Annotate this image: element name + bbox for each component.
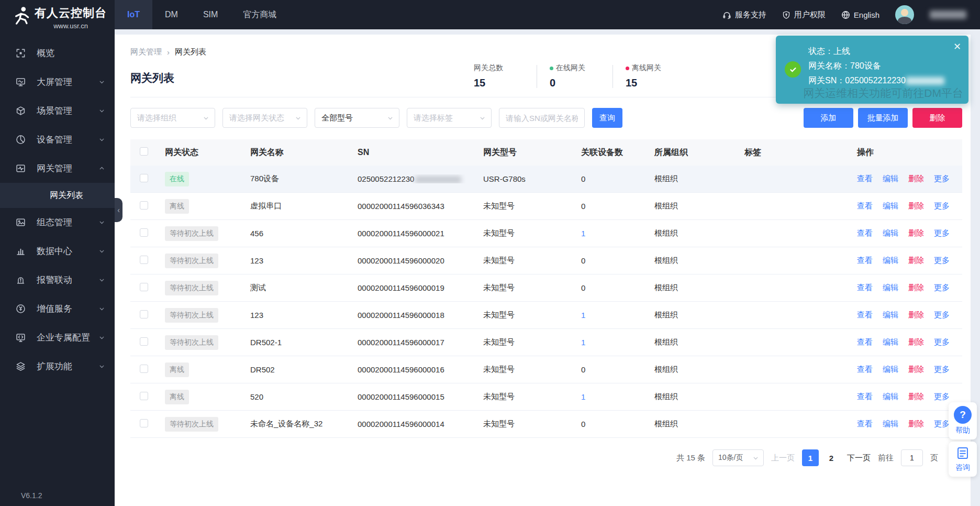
op-删除[interactable]: 删除 <box>908 228 924 238</box>
avatar[interactable] <box>895 5 914 24</box>
op-查看[interactable]: 查看 <box>857 174 873 184</box>
consult-button[interactable]: 咨询 <box>949 442 977 477</box>
op-编辑[interactable]: 编辑 <box>883 283 898 293</box>
page-size-select[interactable]: 10条/页 <box>712 449 764 466</box>
username-redacted[interactable] <box>930 10 966 19</box>
nav-tab-SIM[interactable]: SIM <box>191 0 230 29</box>
top-link-服务支持[interactable]: 服务支持 <box>722 10 766 20</box>
sidebar-subitem-网关列表[interactable]: 网关列表 <box>0 183 115 208</box>
version-label: V6.1.2 <box>21 491 42 500</box>
op-删除[interactable]: 删除 <box>908 310 924 320</box>
op-编辑[interactable]: 编辑 <box>883 310 898 320</box>
op-删除[interactable]: 删除 <box>908 174 924 184</box>
sidebar-item-大屏管理[interactable]: 大屏管理 <box>0 68 115 96</box>
op-编辑[interactable]: 编辑 <box>883 365 898 375</box>
op-删除[interactable]: 删除 <box>908 201 924 211</box>
sidebar-item-报警联动[interactable]: 报警联动 <box>0 266 115 294</box>
op-编辑[interactable]: 编辑 <box>883 392 898 402</box>
sidebar-item-设备管理[interactable]: 设备管理 <box>0 125 115 154</box>
device-count[interactable]: 1 <box>571 229 644 238</box>
page-button-2[interactable]: 2 <box>823 449 840 466</box>
breadcrumb-parent[interactable]: 网关管理 <box>130 47 162 57</box>
op-更多[interactable]: 更多 <box>934 337 950 347</box>
op-更多[interactable]: 更多 <box>934 365 950 375</box>
sidebar-item-企业专属配置[interactable]: 企业专属配置 <box>0 323 115 352</box>
op-更多[interactable]: 更多 <box>934 256 950 266</box>
device-count[interactable]: 1 <box>571 311 644 320</box>
sn-search-input[interactable] <box>499 108 585 128</box>
op-编辑[interactable]: 编辑 <box>883 337 898 347</box>
op-更多[interactable]: 更多 <box>934 174 950 184</box>
nav-tab-DM[interactable]: DM <box>152 0 191 29</box>
op-查看[interactable]: 查看 <box>857 283 873 293</box>
next-page-button[interactable]: 下一页 <box>847 453 871 463</box>
sidebar-item-label: 报警联动 <box>37 274 98 286</box>
sidebar-collapse-handle[interactable]: ‹ <box>115 198 122 222</box>
op-更多[interactable]: 更多 <box>934 419 950 429</box>
model-select[interactable]: 全部型号 <box>315 108 399 128</box>
help-button[interactable]: ? 帮助 <box>949 402 977 439</box>
op-查看[interactable]: 查看 <box>857 310 873 320</box>
row-checkbox[interactable] <box>140 283 148 291</box>
gateway-status-select[interactable]: 请选择网关状态 <box>222 108 307 128</box>
op-删除[interactable]: 删除 <box>908 419 924 429</box>
device-count[interactable]: 1 <box>571 338 644 347</box>
op-编辑[interactable]: 编辑 <box>883 201 898 211</box>
row-checkbox[interactable] <box>140 337 148 346</box>
brand-logo[interactable]: 有人云控制台 www.usr.cn <box>0 0 115 35</box>
op-编辑[interactable]: 编辑 <box>883 419 898 429</box>
goto-page-input[interactable] <box>901 449 923 466</box>
op-删除[interactable]: 删除 <box>908 365 924 375</box>
sidebar-item-数据中心[interactable]: 数据中心 <box>0 237 115 266</box>
op-更多[interactable]: 更多 <box>934 310 950 320</box>
top-link-用户权限[interactable]: 用户权限 <box>782 10 826 20</box>
device-count[interactable]: 1 <box>571 392 644 401</box>
sidebar-item-组态管理[interactable]: 组态管理 <box>0 208 115 237</box>
row-checkbox[interactable] <box>140 256 148 264</box>
row-checkbox[interactable] <box>140 419 148 427</box>
nav-tab-官方商城[interactable]: 官方商城 <box>230 0 289 29</box>
sidebar-item-网关管理[interactable]: 网关管理 <box>0 154 115 183</box>
row-checkbox[interactable] <box>140 310 148 318</box>
op-删除[interactable]: 删除 <box>908 256 924 266</box>
batch-add-button[interactable]: 批量添加 <box>858 108 908 128</box>
delete-button[interactable]: 删除 <box>912 108 962 128</box>
add-button[interactable]: 添加 <box>804 108 853 128</box>
sidebar-item-扩展功能[interactable]: 扩展功能 <box>0 352 115 381</box>
select-all-checkbox[interactable] <box>140 147 148 156</box>
sidebar-item-概览[interactable]: 概览 <box>0 39 115 68</box>
tag-select[interactable]: 请选择标签 <box>407 108 492 128</box>
op-更多[interactable]: 更多 <box>934 201 950 211</box>
row-checkbox[interactable] <box>140 201 148 210</box>
sidebar-item-场景管理[interactable]: 场景管理 <box>0 96 115 125</box>
op-查看[interactable]: 查看 <box>857 365 873 375</box>
sidebar-item-增值服务[interactable]: 增值服务 <box>0 294 115 323</box>
op-编辑[interactable]: 编辑 <box>883 174 898 184</box>
op-删除[interactable]: 删除 <box>908 337 924 347</box>
top-link-English[interactable]: English <box>841 10 879 20</box>
op-查看[interactable]: 查看 <box>857 256 873 266</box>
op-编辑[interactable]: 编辑 <box>883 256 898 266</box>
nav-tab-IoT[interactable]: IoT <box>115 0 152 29</box>
prev-page-button[interactable]: 上一页 <box>771 453 795 463</box>
row-checkbox[interactable] <box>140 228 148 237</box>
toast-close-icon[interactable]: ✕ <box>953 41 961 52</box>
op-删除[interactable]: 删除 <box>908 392 924 402</box>
row-checkbox[interactable] <box>140 392 148 400</box>
org-name: 根组织 <box>644 419 734 429</box>
op-查看[interactable]: 查看 <box>857 337 873 347</box>
op-更多[interactable]: 更多 <box>934 228 950 238</box>
row-checkbox[interactable] <box>140 174 148 182</box>
org-select[interactable]: 请选择组织 <box>130 108 215 128</box>
op-查看[interactable]: 查看 <box>857 228 873 238</box>
row-checkbox[interactable] <box>140 365 148 373</box>
page-button-1[interactable]: 1 <box>802 449 819 466</box>
op-查看[interactable]: 查看 <box>857 392 873 402</box>
op-查看[interactable]: 查看 <box>857 201 873 211</box>
op-更多[interactable]: 更多 <box>934 392 950 402</box>
op-查看[interactable]: 查看 <box>857 419 873 429</box>
op-编辑[interactable]: 编辑 <box>883 228 898 238</box>
search-button[interactable]: 查询 <box>592 108 622 128</box>
op-更多[interactable]: 更多 <box>934 283 950 293</box>
op-删除[interactable]: 删除 <box>908 283 924 293</box>
